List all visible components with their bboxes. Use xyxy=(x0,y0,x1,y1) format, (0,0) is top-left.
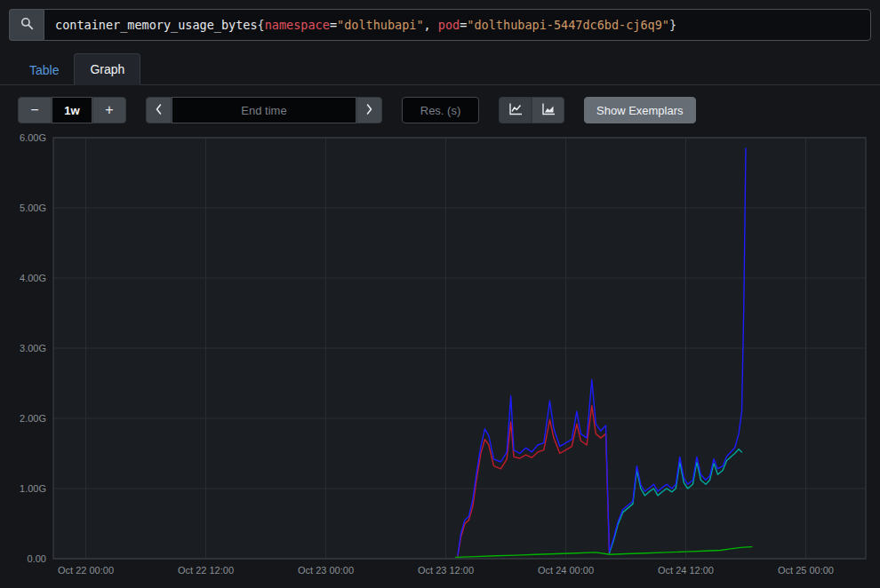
end-time-back-button[interactable] xyxy=(146,97,172,123)
tab-graph[interactable]: Graph xyxy=(74,53,140,85)
graph-panel: 0.001.00G2.00G3.00G4.00G5.00G6.00GOct 22… xyxy=(0,131,880,588)
query-bar: container_memory_usage_bytes{namespace="… xyxy=(0,0,880,48)
graph-controls-toolbar: − + xyxy=(0,85,880,131)
search-icon xyxy=(20,17,34,33)
chart-type-group xyxy=(499,97,564,123)
end-time-input[interactable] xyxy=(172,97,356,123)
duration-decrease-button[interactable]: − xyxy=(18,97,52,123)
query-expression-input[interactable]: container_memory_usage_bytes{namespace="… xyxy=(44,9,871,41)
svg-text:Oct 24 00:00: Oct 24 00:00 xyxy=(538,565,594,576)
svg-text:5.00G: 5.00G xyxy=(20,203,46,213)
chevron-right-icon xyxy=(365,103,373,118)
tab-table[interactable]: Table xyxy=(14,55,74,85)
svg-text:Oct 23 00:00: Oct 23 00:00 xyxy=(298,565,354,576)
svg-text:Oct 22 00:00: Oct 22 00:00 xyxy=(58,565,114,576)
execute-query-button[interactable] xyxy=(9,9,44,41)
memory-usage-graph-canvas[interactable]: 0.001.00G2.00G3.00G4.00G5.00G6.00GOct 22… xyxy=(16,131,871,588)
svg-text:Oct 23 12:00: Oct 23 12:00 xyxy=(418,565,474,576)
duration-input[interactable] xyxy=(52,97,92,123)
end-time-forward-button[interactable] xyxy=(356,97,382,123)
svg-text:4.00G: 4.00G xyxy=(20,273,46,283)
line-chart-toggle-button[interactable] xyxy=(499,97,532,123)
duration-increase-button[interactable]: + xyxy=(92,97,126,123)
show-exemplars-button[interactable]: Show Exemplars xyxy=(584,97,696,123)
svg-text:0.00: 0.00 xyxy=(28,553,46,564)
resolution-input[interactable] xyxy=(402,97,479,123)
svg-text:Oct 24 12:00: Oct 24 12:00 xyxy=(658,565,714,576)
chevron-left-icon xyxy=(155,103,163,118)
svg-text:6.00G: 6.00G xyxy=(20,132,46,143)
stacked-chart-icon xyxy=(541,102,556,119)
svg-text:2.00G: 2.00G xyxy=(20,413,46,424)
svg-text:Oct 25 00:00: Oct 25 00:00 xyxy=(778,565,834,576)
panel-tabs: Table Graph xyxy=(0,48,880,85)
svg-text:1.00G: 1.00G xyxy=(20,483,46,494)
prometheus-graph-page: container_memory_usage_bytes{namespace="… xyxy=(0,0,880,588)
svg-text:3.00G: 3.00G xyxy=(20,343,46,354)
line-chart-icon xyxy=(508,102,523,119)
duration-group: − + xyxy=(18,97,126,123)
svg-text:Oct 22 12:00: Oct 22 12:00 xyxy=(178,565,234,576)
query-expression-text: container_memory_usage_bytes{namespace="… xyxy=(55,18,676,32)
stacked-chart-toggle-button[interactable] xyxy=(532,97,564,123)
end-time-group xyxy=(146,97,382,123)
